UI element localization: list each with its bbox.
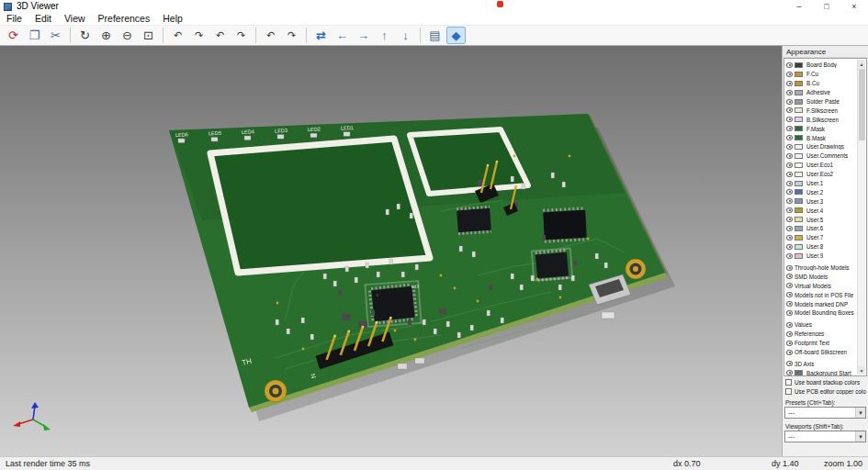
- layer-color-swatch[interactable]: [795, 198, 803, 204]
- appearance-row[interactable]: Through-hole Models: [786, 263, 857, 273]
- layer-color-swatch[interactable]: [795, 217, 803, 222]
- visibility-eye-icon[interactable]: [786, 99, 793, 105]
- visibility-eye-icon[interactable]: [786, 172, 793, 177]
- visibility-eye-icon[interactable]: [786, 361, 793, 366]
- close-button[interactable]: ×: [840, 0, 868, 13]
- dropdown-arrow-icon[interactable]: ▼: [855, 431, 865, 442]
- layer-color-swatch[interactable]: [795, 244, 803, 250]
- reload-board-button[interactable]: ⟳: [4, 27, 23, 44]
- rotate-z-cw-button[interactable]: ↷: [282, 27, 301, 44]
- visibility-eye-icon[interactable]: [786, 301, 793, 307]
- layer-color-swatch[interactable]: [795, 189, 803, 195]
- visibility-eye-icon[interactable]: [786, 107, 793, 113]
- appearance-row[interactable]: Off-board Silkscreen: [786, 348, 857, 357]
- appearance-row[interactable]: Solder Paste: [786, 97, 857, 106]
- menu-preferences[interactable]: Preferences: [92, 13, 157, 25]
- copy-image-button[interactable]: ❐: [25, 27, 44, 44]
- appearance-row[interactable]: B.Silkscreen: [786, 115, 857, 124]
- menu-help[interactable]: Help: [156, 13, 189, 25]
- scroll-up-arrow[interactable]: ▲: [858, 60, 865, 68]
- appearance-row[interactable]: User.4: [786, 206, 857, 215]
- visibility-eye-icon[interactable]: [786, 244, 793, 250]
- layer-color-swatch[interactable]: [795, 117, 803, 122]
- appearance-row[interactable]: Models not in POS File: [786, 290, 857, 299]
- appearance-row[interactable]: F.Mask: [786, 124, 857, 133]
- layer-color-swatch[interactable]: [795, 253, 803, 259]
- appearance-row[interactable]: Board Body: [786, 61, 857, 70]
- appearance-row[interactable]: User.9: [786, 252, 857, 261]
- rotate-z-ccw-button[interactable]: ↶: [261, 27, 280, 44]
- visibility-eye-icon[interactable]: [786, 126, 793, 131]
- layer-color-swatch[interactable]: [795, 62, 803, 68]
- appearance-row[interactable]: 3D Axis: [786, 360, 857, 369]
- appearance-row[interactable]: Values: [786, 320, 857, 330]
- menu-edit[interactable]: Edit: [28, 13, 58, 25]
- visibility-eye-icon[interactable]: [786, 310, 793, 316]
- appearance-row[interactable]: Model Bounding Boxes: [786, 308, 857, 318]
- layer-color-swatch[interactable]: [795, 135, 803, 140]
- list-scrollbar[interactable]: ▲ ▼: [857, 60, 865, 375]
- appearance-row[interactable]: Virtual Models: [786, 281, 857, 290]
- ortho-view-button[interactable]: ▤: [425, 27, 445, 44]
- stackup-colors-checkbox[interactable]: [785, 379, 792, 386]
- visibility-eye-icon[interactable]: [786, 189, 793, 195]
- visibility-eye-icon[interactable]: [786, 117, 793, 122]
- visibility-eye-icon[interactable]: [786, 292, 793, 297]
- visibility-eye-icon[interactable]: [786, 331, 793, 337]
- layer-color-swatch[interactable]: [795, 126, 803, 131]
- appearance-row[interactable]: Adhesive: [786, 88, 857, 97]
- appearance-row[interactable]: Models marked DNP: [786, 299, 857, 308]
- menu-file[interactable]: File: [0, 13, 28, 25]
- move-down-button[interactable]: ↓: [396, 27, 415, 44]
- pcb-3d-scene[interactable]: LED6 LED5 LED4 LED3 LED2 LED1: [0, 46, 782, 456]
- layer-color-swatch[interactable]: [795, 107, 803, 113]
- visibility-eye-icon[interactable]: [786, 265, 793, 271]
- appearance-row[interactable]: User.Eco1: [786, 161, 857, 170]
- visibility-eye-icon[interactable]: [786, 274, 793, 279]
- layer-color-swatch[interactable]: [795, 181, 803, 186]
- scroll-down-arrow[interactable]: ▼: [858, 366, 865, 375]
- layer-color-swatch[interactable]: [795, 207, 803, 213]
- visibility-eye-icon[interactable]: [786, 283, 793, 288]
- copper-colors-checkbox-row[interactable]: Use PCB editor copper colors: [785, 388, 866, 395]
- appearance-row[interactable]: References: [786, 330, 857, 339]
- visibility-eye-icon[interactable]: [786, 370, 793, 375]
- visibility-eye-icon[interactable]: [786, 341, 793, 346]
- visibility-eye-icon[interactable]: [786, 253, 793, 259]
- visibility-eye-icon[interactable]: [786, 207, 793, 213]
- appearance-row[interactable]: B.Mask: [786, 133, 857, 142]
- viewports-dropdown[interactable]: --- ▼: [784, 431, 866, 442]
- appearance-row[interactable]: User.3: [786, 196, 857, 206]
- visibility-eye-icon[interactable]: [786, 350, 793, 355]
- rotate-x-ccw-button[interactable]: ↶: [168, 27, 187, 44]
- appearance-row[interactable]: SMD Models: [786, 272, 857, 281]
- minimize-button[interactable]: –: [785, 0, 813, 13]
- layer-color-swatch[interactable]: [795, 370, 803, 375]
- appearance-row[interactable]: User.Drawings: [786, 142, 857, 151]
- rotate-x-cw-button[interactable]: ↷: [189, 27, 209, 44]
- layer-color-swatch[interactable]: [795, 162, 803, 168]
- visibility-eye-icon[interactable]: [786, 72, 793, 77]
- appearance-row[interactable]: User.Comments: [786, 151, 857, 161]
- layer-color-swatch[interactable]: [795, 81, 803, 86]
- visibility-eye-icon[interactable]: [786, 235, 793, 241]
- visibility-eye-icon[interactable]: [786, 198, 793, 204]
- 3d-viewport[interactable]: LED6 LED5 LED4 LED3 LED2 LED1: [0, 46, 782, 456]
- appearance-row[interactable]: B.Cu: [786, 79, 857, 88]
- visibility-eye-icon[interactable]: [786, 62, 793, 68]
- visibility-eye-icon[interactable]: [786, 226, 793, 231]
- scrollbar-thumb[interactable]: [859, 69, 865, 140]
- redraw-button[interactable]: ↻: [75, 27, 95, 44]
- menu-view[interactable]: View: [58, 13, 92, 25]
- appearance-row[interactable]: Background Start: [786, 368, 857, 376]
- visibility-eye-icon[interactable]: [786, 162, 793, 168]
- appearance-row[interactable]: User.2: [786, 187, 857, 196]
- zoom-fit-button[interactable]: ⊡: [139, 27, 158, 44]
- zoom-in-button[interactable]: ⊕: [96, 27, 116, 44]
- presets-dropdown[interactable]: --- ▼: [784, 407, 866, 419]
- layer-color-swatch[interactable]: [795, 99, 803, 105]
- layer-color-swatch[interactable]: [795, 172, 803, 177]
- appearance-row[interactable]: User.6: [786, 224, 857, 233]
- layer-color-swatch[interactable]: [795, 235, 803, 241]
- appearance-row[interactable]: User.5: [786, 215, 857, 224]
